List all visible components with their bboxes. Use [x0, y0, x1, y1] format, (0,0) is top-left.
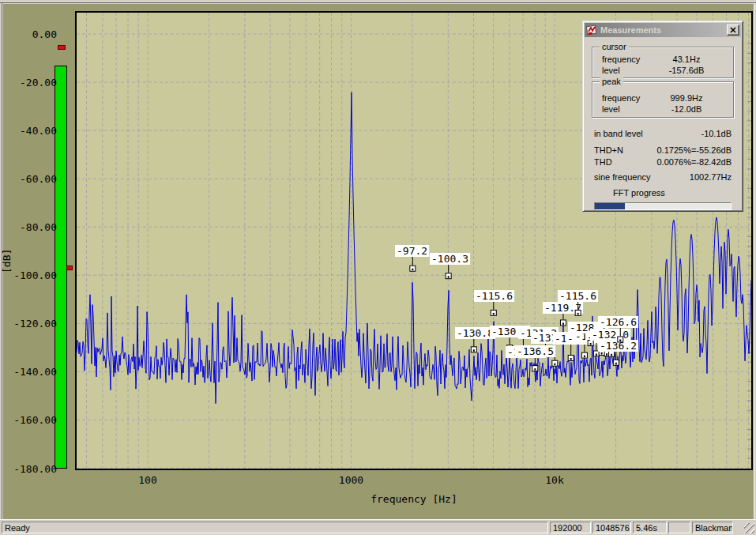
- status-ready: Ready: [2, 522, 548, 533]
- cursor-frequency-value: 43.1Hz: [643, 54, 730, 65]
- peak-frequency-value: 999.9Hz: [643, 92, 730, 104]
- sine-frequency-label: sine frequency: [594, 172, 690, 183]
- y-tick-label: -80.00: [11, 221, 57, 233]
- measurements-body: cursor frequency 43.1Hz level -157.6dB p…: [585, 37, 741, 209]
- in-band-level-value: -10.1dB: [701, 129, 732, 139]
- x-axis-title: frequency [Hz]: [359, 493, 469, 505]
- measurements-titlebar[interactable]: Measurements: [585, 23, 741, 37]
- x-tick-label: 1000: [320, 474, 383, 486]
- y-tick-label: -180.00: [11, 463, 57, 475]
- cursor-frequency-row: frequency 43.1Hz: [592, 54, 733, 65]
- peak-group-legend: peak: [600, 77, 623, 86]
- y-axis-title: [dB]: [1, 243, 13, 278]
- measurements-title: Measurements: [600, 25, 727, 35]
- fft-progress-label: FFT progress: [613, 188, 665, 198]
- x-tick-label: 10k: [523, 474, 586, 486]
- y-tick-label: -40.00: [11, 125, 57, 137]
- peak-frequency-row: frequency 999.9Hz: [592, 92, 733, 104]
- thd-row: THD 0.0076%=-82.42dB: [585, 157, 741, 168]
- thdn-row: THD+N 0.1725%=-55.26dB: [585, 145, 741, 156]
- status-fft-size: 1048576: [592, 522, 631, 533]
- peak-level-value: -12.0dB: [643, 104, 730, 115]
- sine-frequency-value: 1002.77Hz: [690, 172, 732, 183]
- fft-progress-fill: [595, 203, 625, 209]
- cursor-level-label: level: [602, 65, 643, 76]
- resize-grip[interactable]: [744, 523, 754, 533]
- fft-analyzer-app: { "app": { "yaxis_title": "[dB]", "xaxis…: [0, 0, 756, 535]
- in-band-level-row: in band level -10.1dB: [585, 129, 741, 139]
- window-frame-top: [0, 0, 756, 3]
- cursor-group: cursor frequency 43.1Hz level -157.6dB: [592, 47, 734, 78]
- level-meter-secondary-mark: [66, 266, 73, 270]
- cursor-level-value: -157.6dB: [643, 65, 730, 76]
- y-tick-label: -20.00: [11, 77, 57, 89]
- y-tick-label: 0.00: [11, 28, 57, 40]
- status-bar: Ready 192000 1048576 5.46s Blackman: [0, 519, 756, 535]
- fft-progress-bar: [594, 202, 732, 210]
- sine-frequency-row: sine frequency 1002.77Hz: [585, 172, 741, 183]
- status-time: 5.46s: [633, 522, 667, 533]
- fft-progress-label-row: FFT progress: [585, 188, 741, 198]
- level-meter-peak-mark: [58, 45, 66, 50]
- y-tick-label: -160.00: [11, 414, 57, 426]
- x-tick-label: 100: [116, 474, 179, 486]
- y-tick-label: -100.00: [11, 269, 57, 281]
- cursor-group-legend: cursor: [600, 42, 629, 51]
- in-band-level-label: in band level: [594, 129, 701, 139]
- close-icon: [730, 27, 736, 33]
- y-tick-label: -60.00: [11, 173, 57, 185]
- measurements-window: Measurements cursor frequency 43.1Hz lev…: [582, 21, 743, 212]
- status-extra: [668, 522, 690, 533]
- peak-level-row: level -12.0dB: [592, 104, 733, 115]
- status-window-function: Blackman: [692, 522, 733, 533]
- cursor-frequency-label: frequency: [602, 54, 643, 65]
- thdn-label: THD+N: [594, 145, 657, 156]
- measurements-window-icon: [586, 24, 598, 36]
- y-tick-label: -120.00: [11, 318, 57, 330]
- close-button[interactable]: [727, 24, 739, 36]
- peak-frequency-label: frequency: [602, 92, 643, 104]
- y-tick-label: -140.00: [11, 366, 57, 378]
- status-sample-rate: 192000: [550, 522, 591, 533]
- peak-level-label: level: [602, 104, 643, 115]
- thd-value: 0.0076%=-82.42dB: [657, 157, 732, 168]
- thd-label: THD: [594, 157, 657, 168]
- peak-group: peak frequency 999.9Hz level -12.0dB: [592, 81, 734, 118]
- thdn-value: 0.1725%=-55.26dB: [657, 145, 732, 156]
- cursor-level-row: level -157.6dB: [592, 65, 733, 76]
